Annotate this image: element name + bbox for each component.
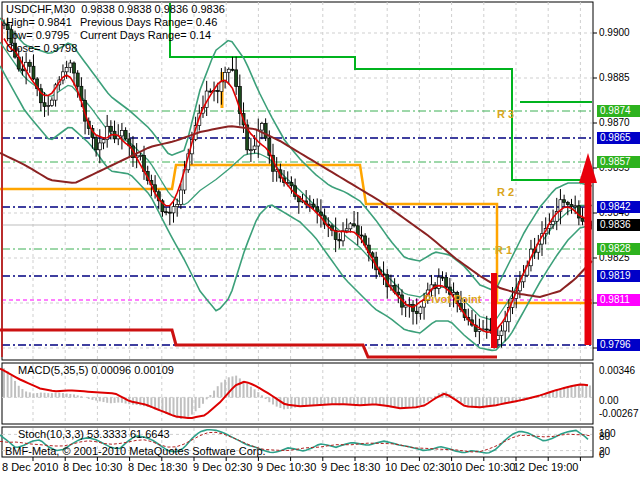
- chart-window: USDCHF,M30 0.9838 0.9838 0.9836 0.9836 H…: [0, 0, 640, 480]
- copyright-text: BMF-Meta, © 2001-2010 MetaQuotes Softwar…: [5, 445, 266, 458]
- time-label: 12 Dec 19:00: [513, 461, 578, 473]
- price-label: 0.9900: [599, 27, 630, 38]
- time-label: 8 Dec 2010: [2, 461, 58, 473]
- chart-canvas[interactable]: [0, 0, 640, 480]
- r1-level-label: R 1: [495, 244, 512, 257]
- macd-scale-label: -0.00267: [599, 408, 638, 419]
- time-label: 9 Dec 10:30: [257, 461, 316, 473]
- up-arrow-shaft: [585, 174, 592, 345]
- stoch-scale-label: 80: [599, 431, 610, 442]
- high-value: High= 0.9841: [6, 16, 72, 29]
- price-badge: 0.9819: [597, 270, 640, 282]
- price-badge: 0.9857: [597, 156, 640, 168]
- price-badge: 0.9811: [597, 294, 640, 306]
- macd-scale-label: 0.00: [599, 395, 618, 406]
- time-label: 9 Dec 02:30: [193, 461, 252, 473]
- macd-indicator-label: MACD(5,35,5) 0.00096 0.00109: [18, 364, 174, 377]
- time-label: 8 Dec 10:30: [63, 461, 122, 473]
- price-badge: 0.9842: [597, 201, 640, 213]
- time-label: 9 Dec 18:30: [321, 461, 380, 473]
- prev-days-range: Previous Days Range= 0.46: [80, 16, 217, 29]
- time-label: 8 Dec 18:30: [128, 461, 187, 473]
- r3-level-label: R 3: [497, 108, 514, 121]
- red-annotation-column: [491, 273, 497, 348]
- r2-level-label: R 2: [497, 186, 514, 199]
- price-badge: 0.9828: [597, 243, 640, 255]
- stoch-scale-label: 0: [599, 449, 605, 460]
- price-badge: 0.9874: [597, 105, 640, 117]
- symbol-title: USDCHF,M30 0.9838 0.9838 0.9836 0.9836: [6, 3, 225, 16]
- price-label: 0.9870: [599, 117, 630, 128]
- macd-scale-label: 0.00346: [599, 365, 635, 376]
- time-label: 10 Dec 10:30: [450, 461, 515, 473]
- close-value: Close= 0.9798: [6, 42, 77, 55]
- low-value: Low= 0.9795: [6, 29, 69, 42]
- price-badge: 0.9836: [597, 219, 640, 231]
- pivot-point-label: Pivot Point: [424, 293, 481, 306]
- price-label: 0.9885: [599, 72, 630, 83]
- stoch-indicator-label: Stoch(10,3,3) 53.3333 61.6643: [18, 428, 170, 441]
- curr-days-range: Current Days Range= 0.14: [80, 29, 211, 42]
- price-badge: 0.9865: [597, 132, 640, 144]
- time-label: 10 Dec 02:30: [385, 461, 450, 473]
- price-badge: 0.9796: [597, 339, 640, 351]
